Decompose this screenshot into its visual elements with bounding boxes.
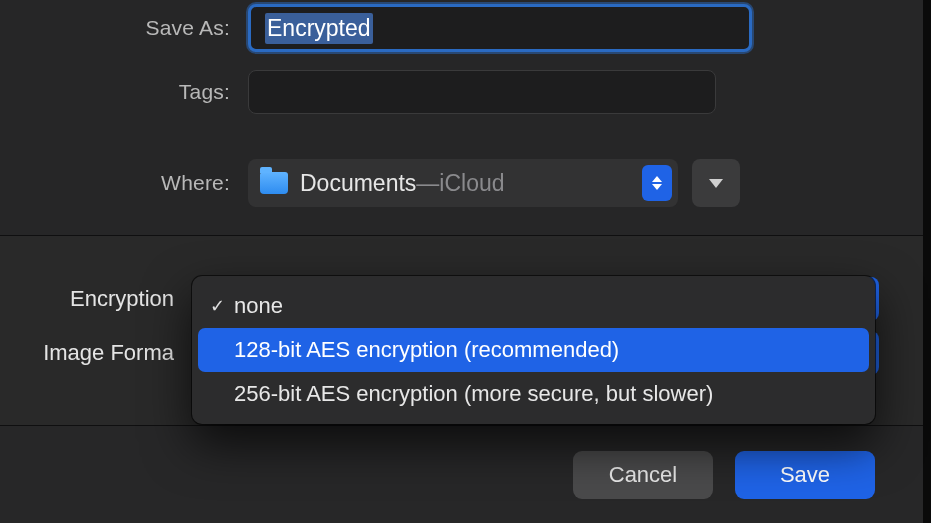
save-as-label: Save As: — [0, 16, 248, 40]
where-location: iCloud — [439, 170, 504, 197]
tags-row: Tags: — [0, 64, 923, 120]
save-dialog-body: Save As: Encrypted Tags: Where: Document… — [0, 0, 923, 523]
encryption-option-128[interactable]: 128-bit AES encryption (recommended) — [198, 328, 869, 372]
expand-button[interactable] — [692, 159, 740, 207]
where-separator: — — [416, 170, 439, 197]
where-label: Where: — [0, 171, 248, 195]
where-select[interactable]: Documents — iCloud — [248, 159, 678, 207]
encryption-dropdown-menu: ✓ none 128-bit AES encryption (recommend… — [192, 276, 875, 424]
where-folder: Documents — [300, 170, 416, 197]
where-stepper-icon — [642, 165, 672, 201]
save-button[interactable]: Save — [735, 451, 875, 499]
save-as-value: Encrypted — [265, 13, 373, 44]
where-row: Where: Documents — iCloud — [0, 154, 923, 212]
chevron-down-icon — [709, 179, 723, 188]
save-as-field[interactable]: Encrypted — [248, 4, 752, 52]
cancel-button[interactable]: Cancel — [573, 451, 713, 499]
encryption-label: Encryption — [0, 286, 190, 312]
encryption-option-none[interactable]: ✓ none — [192, 284, 875, 328]
encryption-option-256[interactable]: 256-bit AES encryption (more secure, but… — [192, 372, 875, 416]
check-icon: ✓ — [206, 295, 228, 317]
dialog-footer: Cancel Save — [0, 426, 923, 523]
tags-field[interactable] — [248, 70, 716, 114]
save-as-row: Save As: Encrypted — [0, 0, 923, 56]
folder-icon — [260, 172, 288, 194]
tags-label: Tags: — [0, 80, 248, 104]
image-format-label: Image Forma — [0, 340, 190, 366]
scrollbar-track[interactable] — [923, 0, 931, 523]
